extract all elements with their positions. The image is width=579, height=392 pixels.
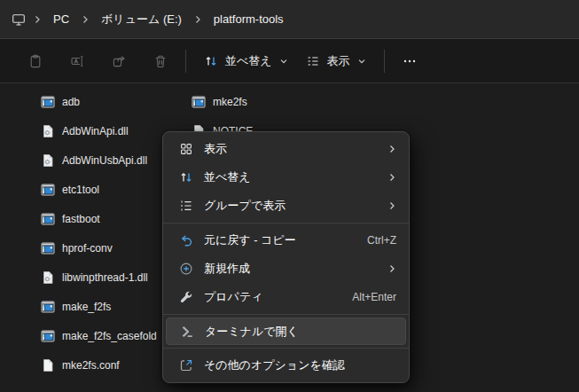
file-item-adbwinusbapi[interactable]: AdbWinUsbApi.dll: [34, 145, 183, 175]
breadcrumb-chevron-icon: [77, 15, 93, 24]
menu-item-undo-copy[interactable]: 元に戻す - コピー Ctrl+Z: [163, 226, 409, 255]
view-icon: [306, 54, 320, 68]
view-label: 表示: [327, 53, 350, 69]
more-ellipsis-icon: [403, 54, 417, 68]
share-icon: [112, 54, 126, 68]
menu-separator: [163, 223, 409, 223]
exe-file-icon: [41, 300, 55, 314]
file-item-fastboot[interactable]: fastboot: [34, 204, 183, 233]
file-label: make_f2fs_casefold: [62, 330, 157, 342]
new-plus-circle-icon: [179, 262, 193, 276]
file-item-mke2fs[interactable]: mke2fs: [184, 87, 317, 116]
view-button[interactable]: 表示: [297, 45, 375, 77]
file-item-mke2fs-conf[interactable]: mke2fs.conf: [34, 350, 183, 380]
see-more-button[interactable]: [394, 45, 426, 77]
menu-item-properties[interactable]: プロパティ Alt+Enter: [163, 283, 409, 311]
file-item-hprof-conv[interactable]: hprof-conv: [34, 233, 183, 263]
undo-icon: [179, 233, 193, 247]
clipboard-actions: [20, 45, 176, 77]
file-label: etc1tool: [62, 184, 99, 196]
file-label: AdbWinUsbApi.dll: [62, 154, 147, 167]
menu-item-show-more-options[interactable]: その他のオプションを確認: [163, 351, 409, 380]
file-item-libwinpthread[interactable]: libwinpthread-1.dll: [34, 263, 183, 292]
breadcrumb-platform-tools[interactable]: platform-tools: [206, 8, 292, 30]
file-label: hprof-conv: [62, 242, 113, 255]
paste-button[interactable]: [20, 45, 51, 77]
menu-separator: [163, 314, 409, 315]
submenu-chevron-icon: [387, 264, 396, 273]
submenu-chevron-icon: [387, 173, 396, 182]
menu-separator: [163, 348, 409, 349]
breadcrumb-volume[interactable]: ボリューム (E:): [93, 7, 190, 32]
file-item-etc1tool[interactable]: etc1tool: [34, 175, 183, 204]
dll-file-icon: [41, 270, 55, 285]
terminal-icon: [180, 325, 194, 339]
submenu-chevron-icon: [387, 201, 396, 210]
menu-item-group-by[interactable]: グループで表示: [163, 192, 409, 220]
delete-icon: [153, 54, 168, 68]
sort-icon: [179, 170, 193, 184]
exe-file-icon: [41, 212, 55, 226]
share-button[interactable]: [103, 45, 135, 77]
file-label: fastboot: [62, 213, 100, 225]
document-file-icon: [41, 358, 55, 372]
toolbar-divider: [384, 50, 385, 73]
file-label: mke2fs: [213, 96, 247, 108]
shortcut-label: Alt+Enter: [352, 291, 396, 303]
file-label: adb: [62, 96, 80, 108]
dll-file-icon: [41, 153, 55, 168]
rename-icon: [70, 54, 84, 68]
open-external-icon: [179, 358, 193, 372]
address-bar: PC ボリューム (E:) platform-tools: [0, 0, 579, 39]
shortcut-label: Ctrl+Z: [367, 234, 396, 247]
rename-button[interactable]: [61, 45, 93, 77]
file-item-adbwinapi[interactable]: AdbWinApi.dll: [34, 116, 183, 145]
sort-button[interactable]: 並べ替え: [195, 45, 297, 77]
exe-file-icon: [41, 329, 55, 343]
chevron-down-icon: [357, 57, 366, 66]
sort-label: 並べ替え: [225, 53, 272, 69]
paste-icon: [28, 54, 43, 68]
file-label: mke2fs.conf: [62, 359, 120, 372]
dll-file-icon: [41, 124, 55, 138]
grid-icon: [179, 142, 193, 156]
file-explorer-window: PC ボリューム (E:) platform-tools: [0, 0, 579, 392]
sort-icon: [204, 54, 218, 68]
menu-item-view[interactable]: 表示: [163, 135, 409, 163]
delete-button[interactable]: [145, 45, 176, 77]
context-menu: 表示 並べ替え グループ: [162, 131, 410, 383]
file-item-make-f2fs-casefold[interactable]: make_f2fs_casefold: [34, 321, 183, 350]
file-label: libwinpthread-1.dll: [62, 271, 148, 284]
file-column-left: adb AdbWinApi.dll AdbWinUsbApi.dll etc1t…: [34, 87, 183, 380]
breadcrumb-pc[interactable]: PC: [45, 8, 77, 30]
file-label: make_f2fs: [62, 301, 111, 313]
submenu-chevron-icon: [387, 145, 396, 153]
chevron-down-icon: [279, 57, 288, 66]
exe-file-icon: [41, 241, 55, 255]
exe-file-icon: [41, 95, 55, 109]
group-list-icon: [179, 199, 193, 213]
menu-item-new[interactable]: 新規作成: [163, 255, 409, 283]
menu-item-open-terminal[interactable]: ターミナルで開く: [166, 318, 406, 345]
exe-file-icon: [41, 183, 55, 197]
file-item-adb[interactable]: adb: [34, 87, 183, 116]
breadcrumb-chevron-icon: [190, 15, 206, 24]
file-label: AdbWinApi.dll: [62, 125, 129, 137]
toolbar-divider: [185, 50, 186, 73]
menu-item-sort[interactable]: 並べ替え: [163, 163, 409, 192]
breadcrumb-chevron-icon: [29, 15, 45, 24]
command-bar: 並べ替え 表示: [0, 39, 579, 83]
file-item-make-f2fs[interactable]: make_f2fs: [34, 292, 183, 321]
this-pc-icon[interactable]: [12, 12, 26, 27]
exe-file-icon: [192, 95, 206, 109]
wrench-icon: [179, 290, 193, 304]
